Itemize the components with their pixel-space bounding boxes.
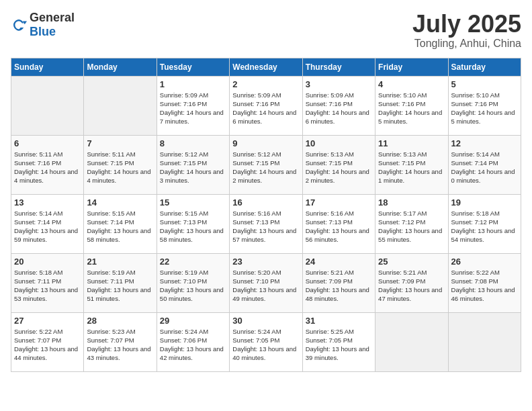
day-number: 28 bbox=[87, 316, 153, 326]
calendar-cell: 12Sunrise: 5:14 AM Sunset: 7:14 PM Dayli… bbox=[448, 135, 521, 194]
calendar-cell: 26Sunrise: 5:22 AM Sunset: 7:08 PM Dayli… bbox=[448, 253, 521, 312]
page-header: General Blue July 2025 Tongling, Anhui, … bbox=[11, 11, 521, 50]
logo-text: General Blue bbox=[30, 11, 75, 39]
day-number: 5 bbox=[451, 79, 518, 89]
cell-info: Sunrise: 5:13 AM Sunset: 7:15 PM Dayligh… bbox=[306, 150, 372, 185]
calendar-cell: 30Sunrise: 5:24 AM Sunset: 7:05 PM Dayli… bbox=[230, 312, 302, 371]
day-number: 30 bbox=[232, 316, 299, 326]
day-number: 27 bbox=[14, 316, 81, 326]
calendar-week-row: 6Sunrise: 5:11 AM Sunset: 7:16 PM Daylig… bbox=[11, 135, 521, 194]
day-number: 12 bbox=[451, 138, 518, 148]
day-number: 7 bbox=[87, 138, 153, 148]
day-number: 9 bbox=[232, 138, 299, 148]
day-number: 19 bbox=[451, 197, 518, 208]
cell-info: Sunrise: 5:22 AM Sunset: 7:07 PM Dayligh… bbox=[14, 327, 81, 363]
cell-info: Sunrise: 5:11 AM Sunset: 7:15 PM Dayligh… bbox=[87, 150, 153, 185]
cell-info: Sunrise: 5:18 AM Sunset: 7:11 PM Dayligh… bbox=[14, 268, 81, 304]
calendar-cell: 7Sunrise: 5:11 AM Sunset: 7:15 PM Daylig… bbox=[84, 135, 157, 194]
cell-info: Sunrise: 5:10 AM Sunset: 7:16 PM Dayligh… bbox=[378, 91, 445, 126]
calendar-cell: 29Sunrise: 5:24 AM Sunset: 7:06 PM Dayli… bbox=[157, 312, 229, 371]
cell-info: Sunrise: 5:16 AM Sunset: 7:13 PM Dayligh… bbox=[306, 209, 372, 244]
cell-info: Sunrise: 5:15 AM Sunset: 7:14 PM Dayligh… bbox=[87, 209, 153, 244]
calendar-cell: 24Sunrise: 5:21 AM Sunset: 7:09 PM Dayli… bbox=[302, 253, 375, 312]
cell-info: Sunrise: 5:21 AM Sunset: 7:09 PM Dayligh… bbox=[306, 268, 372, 304]
cell-info: Sunrise: 5:11 AM Sunset: 7:16 PM Dayligh… bbox=[14, 150, 81, 185]
calendar-cell: 17Sunrise: 5:16 AM Sunset: 7:13 PM Dayli… bbox=[302, 194, 375, 253]
cell-info: Sunrise: 5:25 AM Sunset: 7:05 PM Dayligh… bbox=[306, 327, 372, 363]
day-number: 29 bbox=[160, 316, 226, 326]
calendar-cell: 31Sunrise: 5:25 AM Sunset: 7:05 PM Dayli… bbox=[302, 312, 375, 371]
day-number: 23 bbox=[232, 257, 299, 267]
weekday-header: Friday bbox=[375, 58, 448, 76]
day-number: 2 bbox=[232, 79, 299, 89]
cell-info: Sunrise: 5:12 AM Sunset: 7:15 PM Dayligh… bbox=[232, 150, 299, 185]
calendar-cell: 10Sunrise: 5:13 AM Sunset: 7:15 PM Dayli… bbox=[302, 135, 375, 194]
calendar-cell: 28Sunrise: 5:23 AM Sunset: 7:07 PM Dayli… bbox=[84, 312, 157, 371]
weekday-header-row: SundayMondayTuesdayWednesdayThursdayFrid… bbox=[11, 58, 521, 76]
day-number: 15 bbox=[160, 197, 226, 208]
cell-info: Sunrise: 5:09 AM Sunset: 7:16 PM Dayligh… bbox=[160, 91, 226, 126]
calendar-cell: 19Sunrise: 5:18 AM Sunset: 7:12 PM Dayli… bbox=[448, 194, 521, 253]
calendar-week-row: 27Sunrise: 5:22 AM Sunset: 7:07 PM Dayli… bbox=[11, 312, 521, 371]
day-number: 25 bbox=[378, 257, 445, 267]
cell-info: Sunrise: 5:19 AM Sunset: 7:11 PM Dayligh… bbox=[87, 268, 153, 304]
weekday-header: Monday bbox=[84, 58, 157, 76]
weekday-header: Sunday bbox=[11, 58, 84, 76]
cell-info: Sunrise: 5:21 AM Sunset: 7:09 PM Dayligh… bbox=[378, 268, 445, 304]
calendar-cell: 14Sunrise: 5:15 AM Sunset: 7:14 PM Dayli… bbox=[84, 194, 157, 253]
weekday-header: Saturday bbox=[448, 58, 521, 76]
cell-info: Sunrise: 5:10 AM Sunset: 7:16 PM Dayligh… bbox=[451, 91, 518, 126]
cell-info: Sunrise: 5:23 AM Sunset: 7:07 PM Dayligh… bbox=[87, 327, 153, 363]
calendar-cell: 22Sunrise: 5:19 AM Sunset: 7:10 PM Dayli… bbox=[157, 253, 229, 312]
day-number: 31 bbox=[306, 316, 372, 326]
cell-info: Sunrise: 5:20 AM Sunset: 7:10 PM Dayligh… bbox=[232, 268, 299, 304]
cell-info: Sunrise: 5:09 AM Sunset: 7:16 PM Dayligh… bbox=[232, 91, 299, 126]
cell-info: Sunrise: 5:15 AM Sunset: 7:13 PM Dayligh… bbox=[160, 209, 226, 244]
logo-blue: Blue bbox=[30, 25, 56, 38]
cell-info: Sunrise: 5:24 AM Sunset: 7:05 PM Dayligh… bbox=[232, 327, 299, 363]
calendar-week-row: 20Sunrise: 5:18 AM Sunset: 7:11 PM Dayli… bbox=[11, 253, 521, 312]
day-number: 13 bbox=[14, 197, 81, 208]
day-number: 21 bbox=[87, 257, 153, 267]
day-number: 14 bbox=[87, 197, 153, 208]
day-number: 1 bbox=[160, 79, 226, 89]
day-number: 16 bbox=[232, 197, 299, 208]
day-number: 26 bbox=[451, 257, 518, 267]
calendar-cell: 11Sunrise: 5:13 AM Sunset: 7:15 PM Dayli… bbox=[375, 135, 448, 194]
day-number: 8 bbox=[160, 138, 226, 148]
calendar-cell: 27Sunrise: 5:22 AM Sunset: 7:07 PM Dayli… bbox=[11, 312, 84, 371]
cell-info: Sunrise: 5:18 AM Sunset: 7:12 PM Dayligh… bbox=[451, 209, 518, 244]
calendar-week-row: 1Sunrise: 5:09 AM Sunset: 7:16 PM Daylig… bbox=[11, 76, 521, 135]
calendar-week-row: 13Sunrise: 5:14 AM Sunset: 7:14 PM Dayli… bbox=[11, 194, 521, 253]
cell-info: Sunrise: 5:14 AM Sunset: 7:14 PM Dayligh… bbox=[451, 150, 518, 185]
cell-info: Sunrise: 5:16 AM Sunset: 7:13 PM Dayligh… bbox=[232, 209, 299, 244]
weekday-header: Thursday bbox=[302, 58, 375, 76]
calendar-cell: 1Sunrise: 5:09 AM Sunset: 7:16 PM Daylig… bbox=[157, 76, 229, 135]
calendar-cell: 4Sunrise: 5:10 AM Sunset: 7:16 PM Daylig… bbox=[375, 76, 448, 135]
cell-info: Sunrise: 5:12 AM Sunset: 7:15 PM Dayligh… bbox=[160, 150, 226, 185]
calendar-cell: 21Sunrise: 5:19 AM Sunset: 7:11 PM Dayli… bbox=[84, 253, 157, 312]
day-number: 11 bbox=[378, 138, 445, 148]
day-number: 3 bbox=[306, 79, 372, 89]
calendar-cell: 9Sunrise: 5:12 AM Sunset: 7:15 PM Daylig… bbox=[230, 135, 302, 194]
calendar-cell: 16Sunrise: 5:16 AM Sunset: 7:13 PM Dayli… bbox=[230, 194, 302, 253]
logo: General Blue bbox=[11, 11, 75, 39]
calendar-cell: 6Sunrise: 5:11 AM Sunset: 7:16 PM Daylig… bbox=[11, 135, 84, 194]
calendar-cell: 3Sunrise: 5:09 AM Sunset: 7:16 PM Daylig… bbox=[302, 76, 375, 135]
day-number: 18 bbox=[378, 197, 445, 208]
calendar-table: SundayMondayTuesdayWednesdayThursdayFrid… bbox=[11, 58, 521, 372]
calendar-cell bbox=[84, 76, 157, 135]
day-number: 4 bbox=[378, 79, 445, 89]
cell-info: Sunrise: 5:24 AM Sunset: 7:06 PM Dayligh… bbox=[160, 327, 226, 363]
calendar-cell: 13Sunrise: 5:14 AM Sunset: 7:14 PM Dayli… bbox=[11, 194, 84, 253]
calendar-cell: 2Sunrise: 5:09 AM Sunset: 7:16 PM Daylig… bbox=[230, 76, 302, 135]
calendar-cell: 15Sunrise: 5:15 AM Sunset: 7:13 PM Dayli… bbox=[157, 194, 229, 253]
cell-info: Sunrise: 5:17 AM Sunset: 7:12 PM Dayligh… bbox=[378, 209, 445, 244]
weekday-header: Tuesday bbox=[157, 58, 229, 76]
weekday-header: Wednesday bbox=[230, 58, 302, 76]
day-number: 6 bbox=[14, 138, 81, 148]
calendar-cell bbox=[11, 76, 84, 135]
cell-info: Sunrise: 5:09 AM Sunset: 7:16 PM Dayligh… bbox=[306, 91, 372, 126]
calendar-cell bbox=[448, 312, 521, 371]
calendar-cell: 8Sunrise: 5:12 AM Sunset: 7:15 PM Daylig… bbox=[157, 135, 229, 194]
